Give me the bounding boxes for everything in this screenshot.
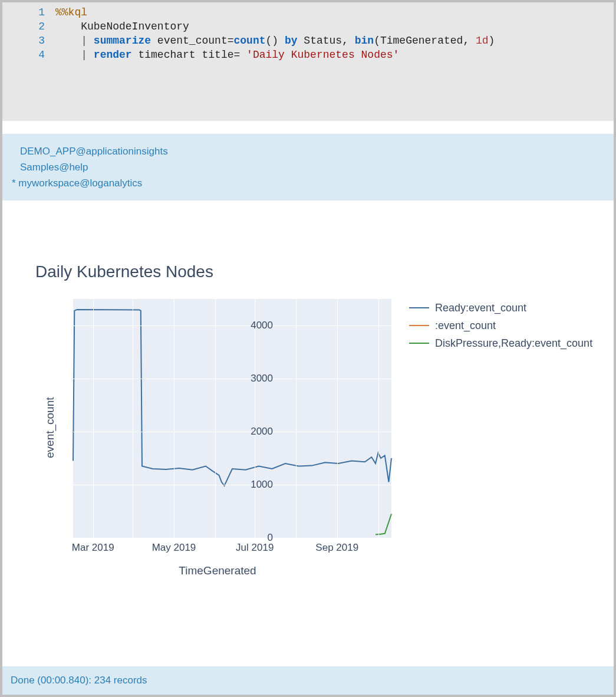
chart-legend[interactable]: Ready:event_count:event_countDiskPressur… (409, 299, 592, 352)
legend-swatch (409, 325, 429, 326)
legend-label: Ready:event_count (435, 302, 526, 314)
data-sources-panel: DEMO_APP@applicationinsightsSamples@help… (2, 134, 614, 200)
legend-item[interactable]: DiskPressure,Ready:event_count (409, 334, 592, 352)
data-source-item[interactable]: myworkspace@loganalytics (12, 175, 604, 191)
x-tick: Mar 2019 (72, 542, 114, 554)
code-line[interactable]: 3 | summarize event_count=count() by Sta… (2, 34, 614, 48)
legend-label: :event_count (435, 320, 496, 332)
y-tick: 2000 (238, 426, 273, 438)
code-cell[interactable]: 1%%kql2 KubeNodeInventory3 | summarize e… (2, 2, 614, 121)
y-tick: 1000 (238, 479, 273, 491)
line-number: 3 (2, 34, 55, 48)
chart-plot-area[interactable] (73, 299, 391, 538)
y-tick: 4000 (238, 320, 273, 331)
line-number: 1 (2, 5, 55, 19)
y-tick: 3000 (238, 373, 273, 384)
line-number: 4 (2, 48, 55, 62)
x-tick: May 2019 (152, 542, 196, 554)
x-axis-label: TimeGenerated (58, 564, 377, 577)
line-number: 2 (2, 19, 55, 34)
legend-swatch (409, 343, 429, 344)
legend-swatch (409, 307, 429, 308)
code-line[interactable]: 1%%kql (2, 5, 614, 19)
x-tick: Sep 2019 (315, 542, 358, 554)
status-bar: Done (00:00.840): 234 records (2, 666, 614, 695)
data-source-item[interactable]: DEMO_APP@applicationinsights (12, 143, 604, 159)
legend-label: DiskPressure,Ready:event_count (435, 337, 592, 350)
chart-title: Daily Kubernetes Nodes (35, 262, 596, 281)
series-line[interactable] (73, 310, 391, 486)
x-tick: Jul 2019 (236, 542, 274, 554)
legend-item[interactable]: Ready:event_count (409, 299, 592, 317)
data-source-item[interactable]: Samples@help (12, 159, 604, 175)
y-axis-label: event_count (44, 397, 57, 458)
status-text: Done (00:00.840): 234 records (11, 675, 147, 686)
code-line[interactable]: 2 KubeNodeInventory (2, 19, 614, 34)
legend-item[interactable]: :event_count (409, 317, 592, 334)
chart-output: Daily Kubernetes Nodes event_count Ready… (2, 200, 614, 601)
code-line[interactable]: 4 | render timechart title= 'Daily Kuber… (2, 48, 614, 62)
